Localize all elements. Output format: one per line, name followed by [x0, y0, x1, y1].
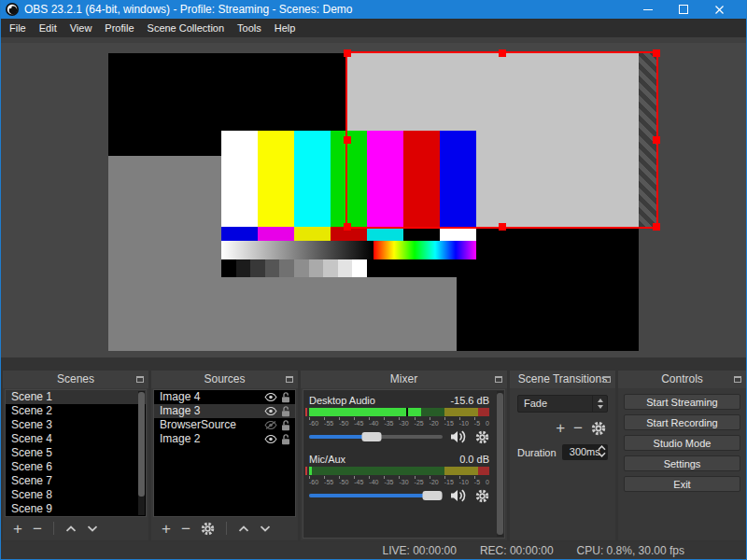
scenes-panel-header[interactable]: Scenes	[3, 371, 148, 388]
panel-float-icon[interactable]	[603, 376, 611, 383]
sources-list[interactable]: Image 4Image 3BrowserSourceImage 2	[153, 389, 296, 517]
transition-selected-value: Fade	[518, 396, 592, 412]
unlock-icon[interactable]	[281, 434, 290, 445]
menu-item-scene-collection[interactable]: Scene Collection	[141, 19, 232, 37]
selection-handle-bottom-right[interactable]	[653, 223, 660, 231]
scenes-list[interactable]: Scene 1Scene 2Scene 3Scene 4Scene 5Scene…	[5, 389, 147, 517]
maximize-icon	[679, 5, 688, 14]
visibility-eye-icon[interactable]	[264, 435, 277, 443]
pattern-cell	[338, 259, 353, 277]
scene-item[interactable]: Scene 8	[6, 488, 146, 502]
add-transition-button[interactable]: +	[556, 420, 565, 436]
move-scene-up-button[interactable]	[65, 525, 77, 532]
titlebar[interactable]: OBS 23.2.1 (64-bit, windows) - Profile: …	[1, 0, 746, 19]
close-button[interactable]	[701, 0, 737, 19]
db-tick-label: -5	[474, 479, 480, 485]
menu-item-edit[interactable]: Edit	[33, 19, 63, 37]
remove-scene-button[interactable]: −	[33, 521, 42, 537]
mixer-channel: Mic/Aux 0.0 dB -60-55-50-45-40-35-30-25-…	[309, 454, 489, 502]
remove-transition-button[interactable]: −	[573, 420, 583, 436]
scene-item[interactable]: Scene 5	[6, 446, 146, 460]
selection-handle-mid-right[interactable]	[653, 136, 660, 144]
visibility-eye-off-icon[interactable]	[264, 421, 277, 429]
scenes-scrollbar[interactable]	[138, 391, 145, 515]
menu-item-help[interactable]: Help	[268, 19, 303, 37]
selection-handle-bottom-left[interactable]	[344, 223, 351, 231]
menu-item-file[interactable]: File	[3, 19, 33, 37]
visibility-eye-icon[interactable]	[264, 407, 277, 415]
visibility-eye-icon[interactable]	[264, 393, 277, 401]
channel-settings-gear-icon[interactable]	[475, 489, 489, 503]
scene-item[interactable]: Scene 6	[6, 460, 146, 474]
mixer-panel-header[interactable]: Mixer	[301, 371, 507, 388]
scene-item[interactable]: Scene 2	[6, 404, 146, 418]
pattern-cell	[221, 227, 258, 241]
db-tick-label: -60	[309, 420, 318, 427]
duration-spinbox[interactable]: 300ms	[562, 444, 608, 460]
menu-item-profile[interactable]: Profile	[98, 19, 140, 37]
selection-handle-top-left[interactable]	[344, 49, 351, 57]
selection-handle-bottom-center[interactable]	[499, 223, 506, 231]
slider-handle[interactable]	[362, 432, 382, 441]
minimize-button[interactable]	[630, 0, 666, 19]
panel-float-icon[interactable]	[136, 376, 144, 383]
sources-panel-header[interactable]: Sources	[151, 371, 298, 388]
source-row[interactable]: Image 3	[154, 404, 295, 418]
volume-slider[interactable]	[309, 435, 443, 439]
unlock-icon[interactable]	[281, 420, 290, 431]
scene-item[interactable]: Scene 3	[6, 418, 146, 432]
speaker-icon[interactable]	[450, 489, 468, 502]
slider-handle[interactable]	[422, 491, 442, 500]
exit-button[interactable]: Exit	[624, 476, 740, 492]
mixer-scrollbar[interactable]	[497, 391, 503, 537]
add-source-button[interactable]: +	[162, 521, 171, 537]
unlock-icon[interactable]	[281, 392, 290, 403]
studio-mode-button[interactable]: Studio Mode	[624, 435, 740, 451]
source-selection-outline[interactable]	[345, 51, 658, 229]
transition-properties-gear-icon[interactable]	[591, 421, 606, 436]
scene-item[interactable]: Scene 7	[6, 474, 146, 488]
move-source-down-button[interactable]	[260, 525, 271, 532]
source-row[interactable]: Image 2	[154, 432, 295, 446]
transition-select[interactable]: Fade	[517, 395, 608, 413]
add-scene-button[interactable]: +	[13, 521, 22, 537]
preview-area[interactable]	[1, 37, 746, 357]
move-source-up-button[interactable]	[238, 525, 249, 532]
controls-panel-header[interactable]: Controls	[618, 371, 746, 388]
remove-source-button[interactable]: −	[181, 521, 190, 537]
volume-slider[interactable]	[309, 494, 443, 497]
source-properties-gear-icon[interactable]	[201, 522, 215, 536]
scrollbar-thumb[interactable]	[497, 393, 503, 535]
scene-canvas[interactable]	[108, 53, 639, 351]
scene-item[interactable]: Scene 4	[6, 432, 146, 446]
spin-down-icon[interactable]	[598, 452, 606, 457]
settings-button[interactable]: Settings	[624, 455, 740, 471]
scene-item[interactable]: Scene 1	[6, 390, 146, 404]
unlock-icon[interactable]	[281, 406, 290, 417]
selection-handle-top-center[interactable]	[499, 49, 506, 57]
spin-up-icon[interactable]	[598, 445, 606, 451]
menu-item-view[interactable]: View	[63, 19, 99, 37]
gray-region-bottom	[108, 277, 457, 351]
panel-float-icon[interactable]	[495, 376, 502, 383]
source-row[interactable]: Image 4	[154, 390, 295, 404]
selection-handle-mid-left[interactable]	[344, 136, 351, 144]
start-streaming-button[interactable]: Start Streaming	[624, 394, 740, 410]
move-scene-down-button[interactable]	[87, 525, 98, 532]
start-recording-button[interactable]: Start Recording	[624, 414, 740, 430]
menu-item-tools[interactable]: Tools	[231, 19, 268, 37]
selection-handle-top-right[interactable]	[653, 49, 660, 57]
panel-float-icon[interactable]	[286, 376, 293, 383]
pattern-cell	[294, 259, 309, 277]
maximize-button[interactable]	[666, 0, 701, 19]
scrollbar-thumb[interactable]	[138, 392, 145, 497]
panel-float-icon[interactable]	[734, 376, 741, 383]
controls-body: Start StreamingStart RecordingStudio Mod…	[618, 388, 746, 540]
pattern-cell	[323, 259, 338, 277]
source-row[interactable]: BrowserSource	[154, 418, 295, 432]
transition-select-arrows[interactable]	[592, 396, 607, 412]
transitions-panel-header[interactable]: Scene Transitions	[510, 371, 615, 388]
channel-settings-gear-icon[interactable]	[475, 430, 489, 444]
scene-item[interactable]: Scene 9	[6, 502, 146, 516]
speaker-icon[interactable]	[450, 430, 468, 443]
